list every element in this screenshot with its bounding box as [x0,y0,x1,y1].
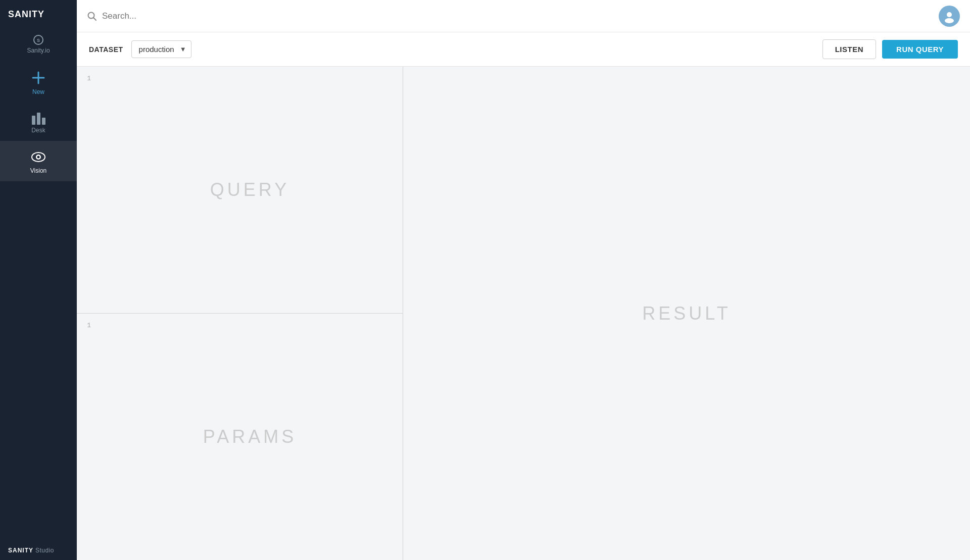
sidebar-item-sanity-io-label: Sanity.io [27,47,50,54]
sidebar-logo: SANITY [0,0,77,27]
sidebar-item-new-label: New [32,88,44,95]
toolbar-right: LISTEN RUN QUERY [822,39,958,59]
search-icon [87,11,97,21]
dataset-select[interactable]: production staging [131,40,191,58]
sidebar-footer: SANITY Studio [0,541,77,560]
listen-button[interactable]: LISTEN [822,39,876,59]
svg-line-8 [94,18,96,20]
sanity-io-icon: S [33,35,43,45]
dataset-select-wrapper: production staging ▼ [131,40,191,58]
result-panel: RESULT [403,67,970,560]
params-placeholder: PARAMS [203,426,297,447]
sidebar-item-sanity-io[interactable]: S Sanity.io [0,27,77,61]
params-editor-content[interactable]: PARAMS [97,314,403,560]
header [77,0,970,32]
svg-point-10 [945,18,954,23]
main-area: DATASET production staging ▼ LISTEN RUN … [77,0,970,560]
content-area: 1 QUERY 1 PARAMS RESULT [77,67,970,560]
svg-text:S: S [37,38,40,43]
params-line-numbers: 1 [77,314,97,560]
footer-sub: Studio [35,547,54,554]
user-avatar[interactable] [939,6,960,27]
left-panels: 1 QUERY 1 PARAMS [77,67,403,560]
sidebar-item-vision[interactable]: Vision [0,141,77,181]
run-query-button[interactable]: RUN QUERY [882,40,958,59]
logo-text: SANITY [8,9,44,20]
query-editor-content[interactable]: QUERY [97,67,403,313]
search-container [87,11,939,21]
svg-point-6 [37,156,40,159]
sidebar-item-new[interactable]: New [0,61,77,103]
svg-point-9 [947,12,952,17]
query-line-numbers: 1 [77,67,97,313]
dataset-label: DATASET [89,45,123,54]
params-line-1: 1 [77,322,91,329]
desk-icon [32,111,45,125]
query-placeholder: QUERY [210,179,289,200]
params-panel[interactable]: 1 PARAMS [77,314,403,560]
toolbar: DATASET production staging ▼ LISTEN RUN … [77,32,970,67]
svg-point-7 [88,12,94,18]
result-placeholder: RESULT [642,303,731,324]
query-panel[interactable]: 1 QUERY [77,67,403,314]
sidebar-item-desk[interactable]: Desk [0,103,77,141]
search-input[interactable] [102,11,254,21]
sidebar: SANITY S Sanity.io New Desk [0,0,77,560]
footer-brand: SANITY [8,547,33,554]
sidebar-item-desk-label: Desk [31,127,45,134]
sidebar-item-vision-label: Vision [30,167,46,174]
query-line-1: 1 [77,75,91,82]
eye-icon [30,149,46,165]
plus-icon [30,69,47,86]
